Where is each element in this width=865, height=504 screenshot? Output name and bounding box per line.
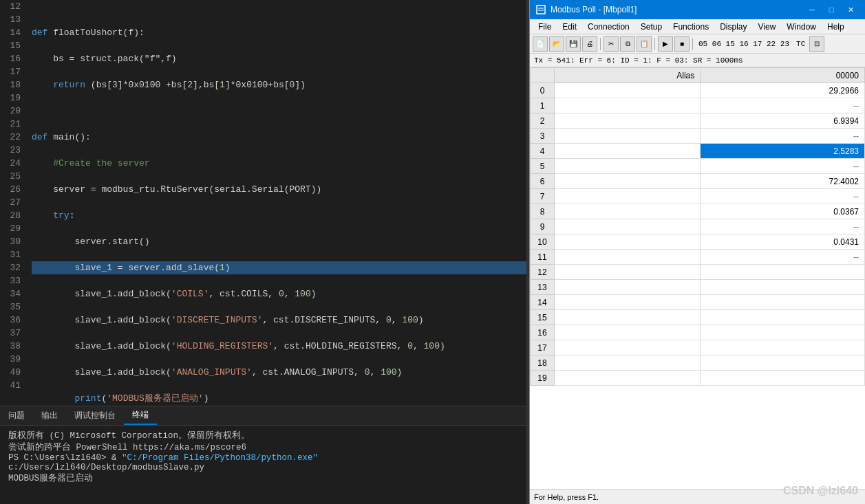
terminal-tab-终端[interactable]: 终端 <box>124 406 157 425</box>
grid-row[interactable]: 13 <box>531 280 865 295</box>
menu-item-edit[interactable]: Edit <box>557 21 582 33</box>
save-button[interactable]: 💾 <box>566 36 581 52</box>
grid-row-num: 12 <box>531 265 555 280</box>
grid-row-num: 2 <box>531 113 555 129</box>
line-number: 33 <box>6 274 21 287</box>
line-number: 34 <box>6 287 21 300</box>
grid-row-num: 3 <box>531 129 555 144</box>
grid-row[interactable]: 11-- <box>531 250 865 265</box>
menu-item-help[interactable]: Help <box>822 21 850 33</box>
grid-row[interactable]: 14 <box>531 295 865 310</box>
grid-row-num: 7 <box>531 189 555 204</box>
grid-row-value[interactable]: 6.9394 <box>701 113 865 129</box>
grid-row-value[interactable]: -- <box>701 189 865 204</box>
toolbar-text: 05 06 15 16 17 22 23 <box>696 40 792 48</box>
toolbar-extra[interactable]: ⊡ <box>809 36 824 52</box>
line-number: 25 <box>6 170 21 183</box>
grid-row[interactable]: 7-- <box>531 189 865 204</box>
close-button[interactable]: ✕ <box>842 3 859 17</box>
grid-row-value[interactable]: 72.4002 <box>701 174 865 189</box>
menu-item-file[interactable]: File <box>533 21 557 33</box>
grid-row[interactable]: 16 <box>531 325 865 340</box>
menu-item-view[interactable]: View <box>753 21 782 33</box>
grid-row-value[interactable] <box>701 325 865 340</box>
grid-row-value[interactable]: 2.5283 <box>701 144 865 159</box>
grid-row-value[interactable]: 29.2966 <box>701 83 865 98</box>
grid-row-alias <box>555 174 701 189</box>
grid-row[interactable]: 1-- <box>531 98 865 113</box>
line-number: 24 <box>6 157 21 170</box>
grid-row-num: 1 <box>531 98 555 113</box>
grid-row-value[interactable] <box>701 280 865 295</box>
grid-row[interactable]: 26.9394 <box>531 113 865 129</box>
grid-row-value[interactable]: 0.0367 <box>701 204 865 219</box>
minimize-button[interactable]: ─ <box>803 3 821 17</box>
disconnect-button[interactable]: ■ <box>674 36 690 52</box>
menu-item-window[interactable]: Window <box>781 21 822 33</box>
terminal-content[interactable]: 版权所有 (C) Microsoft Corporation。保留所有权利。尝试… <box>0 426 526 504</box>
grid-row-num: 6 <box>531 174 555 189</box>
grid-row[interactable]: 17 <box>531 340 865 355</box>
code-line: slave_1.add_block('DISCRETE_INPUTS', cst… <box>32 314 526 327</box>
menu-item-display[interactable]: Display <box>714 21 752 33</box>
menu-item-connection[interactable]: Connection <box>582 21 635 33</box>
grid-row[interactable]: 80.0367 <box>531 204 865 219</box>
grid-row-num: 19 <box>531 371 555 386</box>
code-line: slave_1.add_block('ANALOG_INPUTS', cst.A… <box>32 366 526 379</box>
grid-row-alias <box>555 234 701 250</box>
grid-row[interactable]: 3-- <box>531 129 865 144</box>
open-button[interactable]: 📂 <box>549 36 564 52</box>
line-number: 28 <box>6 209 21 222</box>
toolbar-separator-3 <box>692 38 693 50</box>
menu-item-functions[interactable]: Functions <box>668 21 714 33</box>
grid-row[interactable]: 15 <box>531 310 865 325</box>
grid-row-value[interactable] <box>701 310 865 325</box>
grid-row[interactable]: 42.5283 <box>531 144 865 159</box>
terminal-line: PS C:\Users\lzl640> & "C:/Program Files/… <box>8 453 518 472</box>
grid-header-value: 00000 <box>701 68 865 83</box>
grid-row-value[interactable] <box>701 265 865 280</box>
grid-row[interactable]: 9-- <box>531 219 865 234</box>
copy-button[interactable]: ⧉ <box>620 36 635 52</box>
grid-row-value[interactable]: -- <box>701 250 865 265</box>
grid-row-value[interactable]: 0.0431 <box>701 234 865 250</box>
grid-row-value[interactable]: -- <box>701 129 865 144</box>
grid-row-value[interactable] <box>701 371 865 386</box>
terminal-tab-调试控制台[interactable]: 调试控制台 <box>66 407 124 424</box>
grid-row[interactable]: 029.2966 <box>531 83 865 98</box>
code-line <box>32 0 526 13</box>
code-line: return (bs[3]*0x0100 +bs[2],bs[1]*0x0100… <box>32 78 526 91</box>
grid-row[interactable]: 672.4002 <box>531 174 865 189</box>
grid-row[interactable]: 100.0431 <box>531 234 865 250</box>
menu-item-setup[interactable]: Setup <box>635 21 668 33</box>
grid-row-num: 9 <box>531 219 555 234</box>
paste-button[interactable]: 📋 <box>637 36 652 52</box>
maximize-button[interactable]: □ <box>822 3 840 17</box>
grid-row-value[interactable]: -- <box>701 98 865 113</box>
grid-row-value[interactable] <box>701 355 865 371</box>
line-number: 22 <box>6 131 21 144</box>
grid-row-value[interactable]: -- <box>701 219 865 234</box>
terminal-tab-输出[interactable]: 输出 <box>33 407 66 424</box>
grid-row-value[interactable] <box>701 295 865 310</box>
code-line: def main(): <box>32 131 526 144</box>
terminal-tab-问题[interactable]: 问题 <box>0 407 33 424</box>
grid-row[interactable]: 5-- <box>531 159 865 174</box>
grid-row-num: 18 <box>531 355 555 371</box>
line-number: 40 <box>6 366 21 379</box>
editor-panel: 1213141516171819202122232425262728293031… <box>0 0 526 504</box>
grid-header-alias: Alias <box>555 68 701 83</box>
grid-row-value[interactable]: -- <box>701 159 865 174</box>
grid-row[interactable]: 12 <box>531 265 865 280</box>
modbus-icon <box>535 4 546 15</box>
line-number: 39 <box>6 353 21 366</box>
cut-button[interactable]: ✂ <box>604 36 619 52</box>
terminal-line: 版权所有 (C) Microsoft Corporation。保留所有权利。 <box>8 430 518 441</box>
grid-row-alias <box>555 355 701 371</box>
grid-row[interactable]: 19 <box>531 371 865 386</box>
print-button[interactable]: 🖨 <box>582 36 597 52</box>
connect-button[interactable]: ▶ <box>658 36 673 52</box>
new-button[interactable]: 📄 <box>533 36 548 52</box>
grid-row[interactable]: 18 <box>531 355 865 371</box>
grid-row-value[interactable] <box>701 340 865 355</box>
